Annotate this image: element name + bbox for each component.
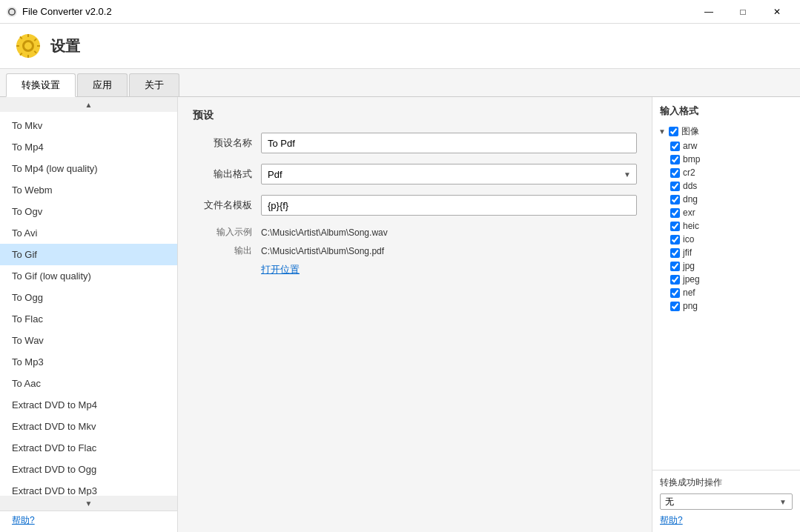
conversion-success-select[interactable]: 无删除源文件移动源文件 xyxy=(660,493,793,510)
tree-item-bmp[interactable]: bmp xyxy=(667,153,797,166)
sidebar-item-to-avi[interactable]: To Avi xyxy=(0,222,177,244)
tree-checkbox-jpg[interactable] xyxy=(670,262,680,271)
output-format-label: 输出格式 xyxy=(193,167,252,181)
tree-label-dng: dng xyxy=(683,194,698,205)
tree-checkbox-heic[interactable] xyxy=(670,222,680,231)
tree-label-jfif: jfif xyxy=(683,247,692,258)
sidebar-item-to-ogv[interactable]: To Ogv xyxy=(0,201,177,222)
titlebar-controls: — □ ✕ xyxy=(692,0,794,24)
sidebar-item-to-mp4[interactable]: To Mp4 xyxy=(0,136,177,158)
tree-item-dng[interactable]: dng xyxy=(667,193,797,206)
sidebar-item-extract-dvd-flac[interactable]: Extract DVD to Flac xyxy=(0,437,177,459)
tree-label-jpeg: jpeg xyxy=(683,274,700,285)
tree-item-arw[interactable]: arw xyxy=(667,139,797,153)
right-section: 输入格式 ▼ 图像 arwbmpcr2ddsdngexrheicicojfifj… xyxy=(652,97,800,532)
tree-item-png[interactable]: png xyxy=(667,299,797,313)
sidebar-scroll-up[interactable]: ▲ xyxy=(0,97,177,112)
sidebar-bottom: 帮助? xyxy=(0,511,177,532)
app-header: 设置 xyxy=(0,24,800,69)
tree-item-jfif[interactable]: jfif xyxy=(667,246,797,259)
preset-name-label: 预设名称 xyxy=(193,136,252,150)
filename-template-input[interactable] xyxy=(261,195,637,216)
tree-checkbox-nef[interactable] xyxy=(670,288,680,298)
tree-checkbox-ico[interactable] xyxy=(670,235,680,245)
section-title: 预设 xyxy=(193,109,637,122)
tree-checkbox-png[interactable] xyxy=(670,302,680,311)
output-label: 输出 xyxy=(193,245,252,257)
right-help-link[interactable]: 帮助? xyxy=(660,514,793,527)
tree-checkbox-jfif[interactable] xyxy=(670,248,680,258)
tree-checkbox-dng[interactable] xyxy=(670,195,680,205)
input-example-row: 输入示例 C:\Music\Artist\Album\Song.wav xyxy=(193,226,637,239)
right-panel-title: 输入格式 xyxy=(652,102,800,124)
tree-checkbox-arw[interactable] xyxy=(670,142,680,151)
preset-name-row: 预设名称 xyxy=(193,133,637,153)
tree-checkbox-dds[interactable] xyxy=(670,182,680,191)
main-layout: ▲ To MkvTo Mp4To Mp4 (low quality)To Web… xyxy=(0,97,800,532)
sidebar-item-extract-dvd-mkv[interactable]: Extract DVD to Mkv xyxy=(0,416,177,437)
tree-root-checkbox[interactable] xyxy=(669,127,678,136)
tree-label-nef: nef xyxy=(683,287,695,298)
preset-name-input[interactable] xyxy=(261,133,637,153)
tree-root-label: 图像 xyxy=(681,125,699,138)
maximize-button[interactable]: □ xyxy=(726,0,760,24)
app-title: 设置 xyxy=(50,36,80,56)
titlebar-left: File Converter v2.0.2 xyxy=(6,6,112,18)
tree-label-jpg: jpg xyxy=(683,261,695,271)
tree-checkbox-cr2[interactable] xyxy=(670,168,680,178)
tree-item-dds[interactable]: dds xyxy=(667,179,797,193)
input-example-value: C:\Music\Artist\Album\Song.wav xyxy=(261,227,388,238)
open-folder-row: 打开位置 xyxy=(261,263,637,276)
sidebar-item-to-ogg[interactable]: To Ogg xyxy=(0,287,177,308)
tree-root-item[interactable]: ▼ 图像 xyxy=(655,124,797,139)
output-format-select[interactable]: PdfDocxTxtHtml xyxy=(261,164,637,184)
sidebar-list: To MkvTo Mp4To Mp4 (low quality)To WebmT… xyxy=(0,112,177,496)
sidebar-item-to-aac[interactable]: To Aac xyxy=(0,373,177,394)
tree-item-exr[interactable]: exr xyxy=(667,206,797,219)
sidebar-scroll-down[interactable]: ▼ xyxy=(0,496,177,511)
sidebar-item-to-mkv[interactable]: To Mkv xyxy=(0,115,177,136)
tree-label-ico: ico xyxy=(683,234,694,245)
close-button[interactable]: ✕ xyxy=(760,0,794,24)
sidebar-item-extract-dvd-mp4[interactable]: Extract DVD to Mp4 xyxy=(0,394,177,416)
tree-label-bmp: bmp xyxy=(683,154,700,164)
tab-apply[interactable]: 应用 xyxy=(77,73,128,96)
minimize-button[interactable]: — xyxy=(692,0,726,24)
tree-item-cr2[interactable]: cr2 xyxy=(667,166,797,179)
tab-convert[interactable]: 转换设置 xyxy=(6,73,76,97)
conversion-success-select-wrapper: 无删除源文件移动源文件 ▼ xyxy=(660,493,793,510)
sidebar-item-to-webm[interactable]: To Webm xyxy=(0,179,177,201)
tree-root: ▼ 图像 arwbmpcr2ddsdngexrheicicojfifjpgjpe… xyxy=(652,124,800,313)
sidebar-item-to-flac[interactable]: To Flac xyxy=(0,308,177,330)
tree-label-exr: exr xyxy=(683,207,695,218)
tree-checkbox-exr[interactable] xyxy=(670,208,680,218)
output-row: 输出 C:\Music\Artist\Album\Song.pdf xyxy=(193,245,637,257)
tree-item-jpeg[interactable]: jpeg xyxy=(667,273,797,286)
tree-checkbox-jpeg[interactable] xyxy=(670,275,680,285)
right-section-bottom: 转换成功时操作 无删除源文件移动源文件 ▼ 帮助? xyxy=(652,470,800,532)
tree-item-nef[interactable]: nef xyxy=(667,286,797,299)
sidebar-item-extract-dvd-mp3[interactable]: Extract DVD to Mp3 xyxy=(0,480,177,496)
output-value: C:\Music\Artist\Album\Song.pdf xyxy=(261,246,384,256)
sidebar-item-to-gif-lq[interactable]: To Gif (low quality) xyxy=(0,265,177,287)
sidebar-item-to-gif[interactable]: To Gif xyxy=(0,244,177,265)
sidebar-item-to-mp4-lq[interactable]: To Mp4 (low quality) xyxy=(0,158,177,179)
sidebar-item-extract-dvd-ogg[interactable]: Extract DVD to Ogg xyxy=(0,459,177,480)
tab-about[interactable]: 关于 xyxy=(129,73,179,96)
titlebar: File Converter v2.0.2 — □ ✕ xyxy=(0,0,800,24)
tree-checkbox-bmp[interactable] xyxy=(670,155,680,164)
right-section-top: 输入格式 ▼ 图像 arwbmpcr2ddsdngexrheicicojfifj… xyxy=(652,97,800,470)
sidebar-help-link[interactable]: 帮助? xyxy=(6,511,41,530)
tree-label-arw: arw xyxy=(683,141,697,151)
tree-label-png: png xyxy=(683,301,698,311)
input-example-label: 输入示例 xyxy=(193,226,252,239)
sidebar-item-to-mp3[interactable]: To Mp3 xyxy=(0,351,177,373)
tree-item-jpg[interactable]: jpg xyxy=(667,259,797,273)
tree-label-cr2: cr2 xyxy=(683,167,695,178)
sidebar-item-to-wav[interactable]: To Wav xyxy=(0,330,177,351)
tree-item-ico[interactable]: ico xyxy=(667,233,797,246)
tree-item-heic[interactable]: heic xyxy=(667,219,797,233)
open-folder-link[interactable]: 打开位置 xyxy=(261,264,300,275)
tree-expand-icon: ▼ xyxy=(658,127,667,136)
output-format-wrapper: PdfDocxTxtHtml ▼ xyxy=(261,164,637,184)
